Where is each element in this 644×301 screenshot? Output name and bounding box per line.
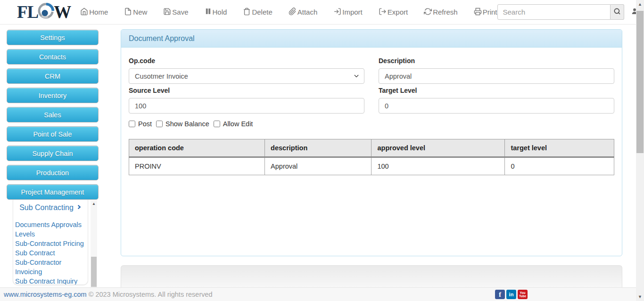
hold-icon xyxy=(205,8,212,16)
submenu-item-sub-contract[interactable]: Sub Contract xyxy=(15,248,88,258)
search-button[interactable] xyxy=(611,4,624,20)
import-icon xyxy=(333,8,341,17)
save-icon xyxy=(163,8,171,17)
footer-copyright: © 2023 Microsystems. All rights reserved xyxy=(89,291,213,298)
show-balance-checkbox-label[interactable]: Show Balance xyxy=(156,120,209,128)
sidebar-item-inventory[interactable]: Inventory xyxy=(7,88,99,103)
search-icon xyxy=(613,8,621,17)
approvals-table: operation code description approved leve… xyxy=(129,139,614,175)
submenu-scrollbar-thumb[interactable] xyxy=(91,257,97,287)
submenu-item-documents-approvals-levels[interactable]: Documents Approvals Levels xyxy=(15,220,88,239)
submenu-scrollbar[interactable]: ▲ xyxy=(91,200,97,288)
navbar-menu: Home New Save Hold Delete Attach Import xyxy=(80,8,497,17)
sidebar-item-point-of-sale[interactable]: Point of Sale xyxy=(7,126,99,142)
delete-icon xyxy=(243,8,251,17)
target-level-label: Target Level xyxy=(379,87,614,94)
cell-operation-code: PROINV xyxy=(129,157,265,175)
table-header-row: operation code description approved leve… xyxy=(129,139,614,157)
sidebar: Settings Contacts CRM Inventory Sales Po… xyxy=(7,30,99,203)
sidebar-item-crm[interactable]: CRM xyxy=(7,68,99,84)
submenu-item-sub-contractor-invoicing[interactable]: Sub-Contractor Invoicing xyxy=(15,258,88,277)
nav-delete[interactable]: Delete xyxy=(243,8,272,17)
allow-edit-checkbox-label[interactable]: Allow Edit xyxy=(214,120,253,128)
opcode-field: Op.code Cusotmer Invoice xyxy=(129,54,364,84)
chevron-right-icon xyxy=(76,203,82,212)
search-input[interactable] xyxy=(497,4,611,20)
cell-description: Approval xyxy=(265,157,372,175)
social-icons: f in You Tube xyxy=(495,290,528,299)
scroll-up-icon[interactable]: ▲ xyxy=(91,200,97,206)
nav-new[interactable]: New xyxy=(124,8,147,17)
logo-text-fl: FL xyxy=(17,3,38,21)
nav-refresh[interactable]: Refresh xyxy=(424,8,458,17)
nav-import[interactable]: Import xyxy=(333,8,363,17)
sidebar-item-sales[interactable]: Sales xyxy=(7,107,99,122)
flow-logo: FL W xyxy=(17,2,71,23)
footer: www.microsystems-eg.com © 2023 Microsyst… xyxy=(0,287,636,301)
nav-print[interactable]: Print xyxy=(474,8,497,17)
print-icon xyxy=(474,8,482,17)
page-scrollbar-thumb[interactable] xyxy=(636,11,644,153)
new-file-icon xyxy=(124,8,132,17)
opcode-label: Op.code xyxy=(129,57,364,65)
allow-edit-checkbox[interactable] xyxy=(214,121,220,127)
nav-home[interactable]: Home xyxy=(80,8,108,17)
panel-body: Op.code Cusotmer Invoice Description Sou… xyxy=(121,48,622,182)
sidebar-item-settings[interactable]: Settings xyxy=(7,30,99,45)
scroll-up-icon[interactable]: ▲ xyxy=(636,0,644,8)
submenu-item-sub-contract-inquiry[interactable]: Sub Contract Inquiry xyxy=(15,277,88,285)
target-level-input[interactable] xyxy=(379,98,614,114)
cell-target-level: 0 xyxy=(505,157,614,175)
source-level-input[interactable] xyxy=(129,98,364,114)
nav-save[interactable]: Save xyxy=(163,8,188,17)
scroll-down-icon[interactable]: ▼ xyxy=(636,293,644,301)
cell-approved-level: 100 xyxy=(372,157,505,175)
top-navbar: FL W Home New Save Hold xyxy=(0,0,636,24)
sidebar-item-project-management[interactable]: Project Management xyxy=(7,184,99,200)
sidebar-item-contacts[interactable]: Contacts xyxy=(7,49,99,65)
post-checkbox[interactable] xyxy=(129,121,135,127)
source-level-label: Source Level xyxy=(129,87,364,94)
target-level-field: Target Level xyxy=(379,84,614,114)
table-row[interactable]: PROINV Approval 100 0 xyxy=(129,157,614,175)
page-scrollbar[interactable]: ▲ ▼ xyxy=(636,0,644,301)
footer-website-link[interactable]: www.microsystems-eg.com xyxy=(4,291,87,298)
sidebar-item-production[interactable]: Production xyxy=(7,165,99,180)
refresh-icon xyxy=(424,8,432,17)
linkedin-icon[interactable]: in xyxy=(506,290,516,299)
export-icon xyxy=(379,8,387,17)
logo-text-w: W xyxy=(54,3,71,21)
source-level-field: Source Level xyxy=(129,84,364,114)
description-input[interactable] xyxy=(379,68,614,84)
show-balance-checkbox[interactable] xyxy=(156,121,163,127)
home-icon xyxy=(80,8,88,17)
project-management-submenu: Sub Contracting Documents Approvals Leve… xyxy=(13,200,88,285)
description-field: Description xyxy=(379,54,614,84)
document-approval-panel: Document Approval Op.code Cusotmer Invoi… xyxy=(121,29,622,256)
attach-icon xyxy=(289,8,297,17)
search-group xyxy=(497,4,624,20)
panel-title: Document Approval xyxy=(121,30,622,48)
youtube-icon[interactable]: You Tube xyxy=(518,290,528,299)
logo-swirl-o-icon xyxy=(38,2,54,23)
nav-export[interactable]: Export xyxy=(379,8,408,17)
post-checkbox-label[interactable]: Post xyxy=(129,120,152,128)
submenu-items: Documents Approvals Levels Sub-Contracto… xyxy=(13,220,88,285)
facebook-icon[interactable]: f xyxy=(495,290,505,299)
nav-hold[interactable]: Hold xyxy=(205,8,227,16)
col-approved-level: approved level xyxy=(372,139,505,157)
checkbox-row: Post Show Balance Allow Edit xyxy=(129,120,614,128)
col-description: description xyxy=(265,139,372,157)
description-label: Description xyxy=(379,57,614,65)
sidebar-item-supply-chain[interactable]: Supply Chain xyxy=(7,146,99,161)
col-operation-code: operation code xyxy=(129,139,265,157)
opcode-select[interactable]: Cusotmer Invoice xyxy=(129,68,364,84)
submenu-item-sub-contractot-pricing[interactable]: Sub-Contractot Pricing xyxy=(15,239,88,248)
nav-attach[interactable]: Attach xyxy=(289,8,318,17)
col-target-level: target level xyxy=(505,139,614,157)
collapsed-lower-panel xyxy=(121,265,622,287)
submenu-sub-contracting[interactable]: Sub Contracting xyxy=(13,203,88,212)
